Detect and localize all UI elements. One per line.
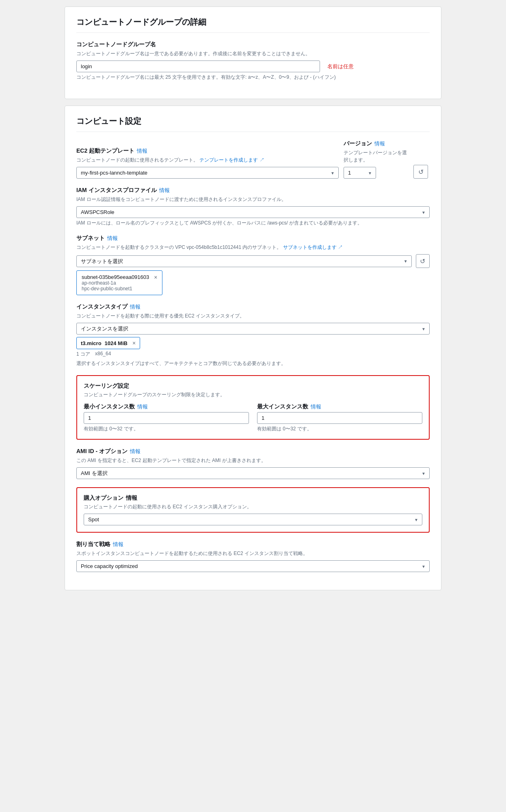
ec2-template-desc: コンピュートノードの起動に使用されるテンプレート。 テンプレートを作成します ↗ (76, 156, 339, 164)
name-label: コンピュートノードグループ名 (76, 41, 430, 48)
scaling-desc: コンピュートノードグループのスケーリング制限を決定します。 (84, 391, 422, 398)
allocation-strategy-group: 割り当て戦略 情報 スポットインスタンスコンピュートノードを起動するために使用さ… (76, 541, 430, 572)
purchase-option-box: 購入オプション 情報 コンピュートノードの起動に使用される EC2 インスタンス… (76, 487, 430, 533)
subnet-tag-id: subnet-035be95eeaa091603 (82, 274, 149, 280)
instance-type-label: インスタンスタイプ (76, 303, 128, 311)
version-field: バージョン 情報 テンプレートバージョンを選択します。 1 ▼ (344, 140, 409, 179)
ec2-template-select[interactable]: my-first-pcs-lannch-template (76, 167, 339, 179)
subnet-tag-item: subnet-035be95eeaa091603 ap-northeast-1a… (82, 274, 157, 292)
allocation-strategy-select[interactable]: Price capacity optimized Lowest price Di… (76, 560, 430, 572)
purchase-option-desc: コンピュートノードの起動に使用される EC2 インスタンス購入オプション。 (84, 503, 422, 510)
ec2-template-info[interactable]: 情報 (137, 147, 147, 155)
subnet-tag-close-icon[interactable]: × (154, 274, 157, 281)
iam-profile-desc: IAM ロール認証情報をコンピュートノードに渡すために使用されるインスタンスプロ… (76, 196, 430, 203)
max-instances-field: 最大インスタンス数 情報 有効範囲は 0〜32 です。 (257, 403, 422, 432)
ec2-refresh-wrapper: ↺ (413, 165, 430, 179)
ec2-template-field: EC2 起動テンプレート 情報 コンピュートノードの起動に使用されるテンプレート… (76, 147, 339, 179)
max-instances-input[interactable] (257, 412, 422, 424)
ec2-template-group: EC2 起動テンプレート 情報 コンピュートノードの起動に使用されるテンプレート… (76, 140, 430, 179)
ec2-template-select-wrapper: my-first-pcs-lannch-template ▼ (76, 167, 339, 179)
name-hint: コンピュートノードグループ名には最大 25 文字を使用できます。有効な文字: a… (76, 74, 430, 81)
min-info[interactable]: 情報 (137, 403, 148, 410)
subnet-label: サブネット (76, 235, 105, 242)
allocation-strategy-select-wrapper: Price capacity optimized Lowest price Di… (76, 560, 430, 572)
instance-tag-arch: x86_64 (95, 351, 111, 358)
compute-settings-card: コンピュート設定 EC2 起動テンプレート 情報 コンピュートノードの起動に使用… (65, 106, 441, 590)
max-label: 最大インスタンス数 (257, 403, 308, 410)
min-instances-field: 最小インスタンス数 情報 有効範囲は 0〜32 です。 (84, 403, 249, 432)
instance-tag-cores: 1 コア (76, 351, 90, 358)
ami-id-info[interactable]: 情報 (130, 448, 141, 455)
purchase-option-select-wrapper: Spot On-Demand ▼ (84, 514, 422, 525)
purchase-option-select[interactable]: Spot On-Demand (84, 514, 422, 525)
subnet-select-wrapper: サブネットを選択 ▼ (76, 255, 412, 267)
scaling-inputs: 最小インスタンス数 情報 有効範囲は 0〜32 です。 最大インスタンス数 情報… (84, 403, 422, 432)
instance-type-group: インスタンスタイプ 情報 コンピュートノードを起動する際に使用する優先 EC2 … (76, 303, 430, 367)
subnet-group: サブネット 情報 コンピュートノードを起動するクラスターの VPC vpc-05… (76, 235, 430, 295)
subnet-desc: コンピュートノードを起動するクラスターの VPC vpc-054b8c5b1c1… (76, 244, 430, 251)
iam-profile-info[interactable]: 情報 (159, 187, 170, 194)
scaling-title: スケーリング設定 (84, 382, 422, 390)
instance-type-tag: t3.micro 1024 MiB × (76, 337, 140, 349)
subnet-tag-az: ap-northeast-1a (82, 280, 149, 286)
version-label: バージョン (344, 140, 372, 147)
version-info[interactable]: 情報 (374, 140, 385, 147)
node-group-name-field: コンピュートノードグループ名 コンピュートノードグループ名は一意である必要があり… (76, 41, 430, 81)
instance-tag-memory: 1024 MiB (105, 340, 128, 346)
version-select-wrapper: 1 ▼ (344, 167, 376, 179)
scaling-box: スケーリング設定 コンピュートノードグループのスケーリング制限を決定します。 最… (76, 375, 430, 440)
instance-type-select[interactable]: インスタンスを選択 (76, 323, 430, 335)
section2-title: コンピュート設定 (76, 116, 430, 132)
subnet-create-link[interactable]: サブネットを作成します ↗ (283, 244, 343, 250)
ami-id-select-wrapper: AMI を選択 ▼ (76, 467, 430, 479)
ami-id-group: AMI ID - オプション 情報 この AMI を指定すると、EC2 起動テン… (76, 448, 430, 479)
section1-title: コンピュートノードグループの詳細 (76, 17, 430, 33)
instance-type-desc: コンピュートノードを起動する際に使用する優先 EC2 インスタンスタイプ。 (76, 312, 430, 320)
purchase-option-label: 購入オプション (84, 495, 123, 502)
min-label: 最小インスタンス数 (84, 403, 135, 410)
instance-tag-close-icon[interactable]: × (132, 340, 136, 346)
ami-id-desc: この AMI を指定すると、EC2 起動テンプレートで指定された AMI が上書… (76, 457, 430, 464)
ec2-refresh-button[interactable]: ↺ (413, 165, 428, 179)
allocation-strategy-label: 割り当て戦略 (76, 541, 110, 548)
subnet-info[interactable]: 情報 (107, 235, 118, 242)
purchase-option-info[interactable]: 情報 (126, 495, 137, 502)
instance-tag-sub-row: 1 コア x86_64 (76, 351, 430, 358)
instance-type-hint: 選択するインスタンスタイプはすべて、アーキテクチャとコア数が同じである必要があり… (76, 360, 430, 367)
ami-id-label: AMI ID - オプション (76, 448, 128, 455)
iam-profile-group: IAM インスタンスプロファイル 情報 IAM ロール認証情報をコンピュートノー… (76, 187, 430, 227)
max-hint: 有効範囲は 0〜32 です。 (257, 425, 422, 432)
subnet-tag-name: hpc-dev-public-subnet1 (82, 286, 149, 292)
version-desc: テンプレートバージョンを選択します。 (344, 149, 409, 164)
iam-profile-label: IAM インスタンスプロファイル (76, 187, 157, 194)
subnet-tag-box: subnet-035be95eeaa091603 ap-northeast-1a… (76, 270, 162, 295)
node-group-details-card: コンピュートノードグループの詳細 コンピュートノードグループ名 コンピュートノー… (65, 6, 441, 99)
instance-type-select-wrapper: インスタンスを選択 ▼ (76, 323, 430, 335)
allocation-strategy-desc: スポットインスタンスコンピュートノードを起動するために使用される EC2 インス… (76, 550, 430, 557)
iam-profile-select-wrapper: AWSPCSRole ▼ (76, 206, 430, 218)
ec2-template-label: EC2 起動テンプレート (76, 147, 134, 155)
subnet-select[interactable]: サブネットを選択 (76, 255, 412, 267)
ec2-template-create-link[interactable]: テンプレートを作成します ↗ (199, 157, 264, 163)
max-info[interactable]: 情報 (311, 403, 321, 410)
name-error-text: 名前は任意 (327, 63, 354, 70)
iam-profile-hint: IAM ロールには、ロール名のプレフィックスとして AWSPCS が付くか、ロー… (76, 220, 430, 227)
node-group-name-input[interactable] (76, 60, 320, 72)
min-instances-input[interactable] (84, 412, 249, 424)
allocation-strategy-info[interactable]: 情報 (113, 541, 123, 548)
name-desc: コンピュートノードグループ名は一意である必要があります。作成後に名前を変更するこ… (76, 50, 430, 57)
min-hint: 有効範囲は 0〜32 です。 (84, 425, 249, 432)
instance-type-info[interactable]: 情報 (130, 303, 141, 311)
ec2-refresh-icon: ↺ (418, 168, 424, 176)
instance-tag-type: t3.micro (81, 340, 102, 346)
version-select[interactable]: 1 (344, 167, 376, 179)
subnet-refresh-icon: ↺ (420, 257, 425, 265)
subnet-select-row: サブネットを選択 ▼ ↺ (76, 254, 430, 268)
iam-profile-select[interactable]: AWSPCSRole (76, 206, 430, 218)
subnet-refresh-button[interactable]: ↺ (416, 254, 430, 268)
ami-id-select[interactable]: AMI を選択 (76, 467, 430, 479)
